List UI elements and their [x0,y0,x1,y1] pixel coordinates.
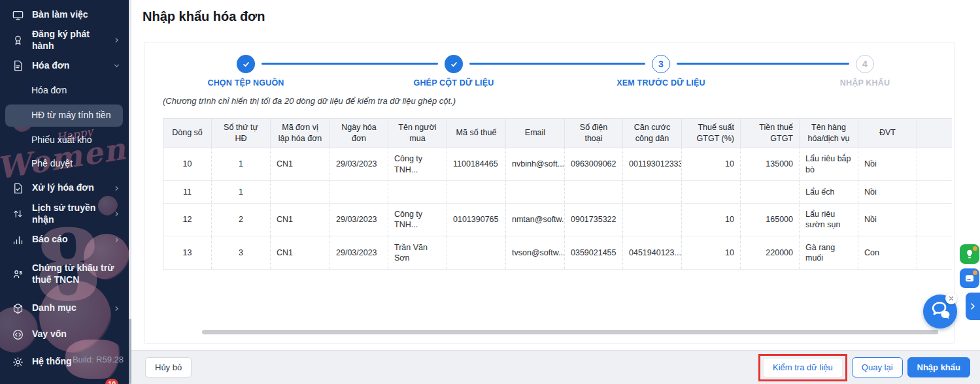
check-data-button[interactable]: Kiểm tra dữ liệu [763,358,843,377]
table-cell [917,236,953,270]
footer-action-group: Kiểm tra dữ liệu Quay lại Nhập khẩu [758,354,970,381]
preview-limit-note: (Chương trình chỉ hiển thị tối đa 20 dòn… [163,96,456,106]
sidebar-item-label: HĐ từ máy tính tiền [31,110,121,121]
cancel-button[interactable]: Hủy bỏ [145,357,192,377]
stepper-connector [469,63,645,65]
sidebar-scrollbar[interactable] [129,0,131,384]
sidebar-item-dang-ky-phat-hanh[interactable]: Đăng ký phát hành [0,27,129,53]
catalog-icon [11,302,24,315]
sidebar-item-label: Phiếu xuất kho [31,135,121,146]
column-header: Thuế suất GTGT (%) [682,119,741,148]
import-button[interactable]: Nhập khẩu [907,357,970,377]
sidebar-item-bao-cao[interactable]: Báo cáo [0,227,129,253]
column-header: Ngày hóa đơn [330,119,388,148]
chevron-right-icon [112,304,121,313]
table-cell: 001193012333 [623,148,682,181]
table-cell: CN1 [271,236,330,270]
notification-dot [973,246,977,251]
sidebar-item-kien-thuc[interactable]: Kiến thức10 [0,376,129,384]
sidebar-item-hoa-don[interactable]: Hóa đơn [0,53,129,78]
table-cell [565,181,623,203]
chevron-right-icon [112,36,121,45]
table-cell: 10 [682,148,741,181]
table-cell: 10 [682,203,741,236]
table-cell: 11 [163,181,212,203]
table-cell [741,181,800,203]
page-title: Nhập khẩu hóa đơn [143,9,265,24]
sidebar-item-label: Hóa đơn [32,60,112,72]
step-number: 3 [652,55,670,73]
table-cell: 29/03/2023 [330,203,388,236]
column-header: Tiền thuế GTGT [741,119,800,148]
sidebar-item-vay-von[interactable]: Vay vốn [0,321,129,347]
chevron-down-icon [112,61,121,71]
sidebar-item-phe-duyet[interactable]: Phê duyệt [0,153,129,175]
column-header: Tên người mua [388,119,447,148]
sidebar-item-lich-su-truyen-nhan[interactable]: Lịch sử truyền nhận [0,201,129,227]
table-cell: nvbinh@soft... [506,148,565,181]
table-cell: Nồi [858,181,917,203]
sidebar-item-danh-muc[interactable]: Danh mục [0,295,129,321]
table-row: 111Lẩu ếchNồi [163,181,953,203]
stepper-step-4[interactable]: 4NHẬP KHẨU [806,55,924,88]
chevron-right-icon [112,184,121,193]
stepper-connector [677,63,849,65]
table-header-row: Dòng sốSố thứ tự HĐMã đơn vị lập hóa đơn… [163,119,953,148]
notification-badge: 10 [105,379,118,384]
table-cell: Con [858,236,917,270]
tips-button[interactable] [960,244,979,264]
column-header: Số [917,119,953,148]
table-cell: 13 [163,236,212,270]
chat-close-button[interactable] [945,293,957,304]
table-cell: 220000 [741,236,800,270]
table-row: 133CN129/03/2023Trần Văn Sơntvson@softw.… [163,236,953,270]
sidebar-item-hoa-don-sub[interactable]: Hóa đơn [0,78,129,103]
table-cell [447,181,506,203]
sidebar-item-label: Lịch sử truyền nhận [32,202,112,225]
stepper-step-1[interactable]: CHỌN TỆP NGUỒN [187,55,305,88]
stepper-step-2[interactable]: GHÉP CỘT DỮ LIỆU [395,55,513,88]
sidebar-item-phieu-xuat-kho[interactable]: Phiếu xuất kho [0,128,129,153]
table-cell: 165000 [741,203,800,236]
preview-table: Dòng sốSố thứ tự HĐMã đơn vị lập hóa đơn… [163,118,952,270]
table-cell: 12 [163,203,212,236]
table-cell [917,181,953,203]
table-cell: Trần Văn Sơn [388,236,447,270]
column-header: ĐVT [858,119,917,148]
table-cell: 3 [212,236,271,270]
back-button[interactable]: Quay lại [852,357,903,377]
tax-deduction-icon: $ [11,268,24,281]
invoice-check-icon [11,182,24,195]
column-header: Mã đơn vị lập hóa đơn [271,119,330,148]
table-cell: 29/03/2023 [330,148,388,181]
table-cell: tvson@softw... [506,236,565,270]
table-cell [917,148,953,181]
table-cell [447,236,506,270]
expand-panel-button[interactable] [966,293,980,320]
table-cell: Lẩu riêu sườn sụn [800,203,858,236]
svg-text:$: $ [19,270,22,276]
stepper-step-3[interactable]: 3XEM TRƯỚC DỮ LIỆU [602,55,720,88]
table-cell: CN1 [271,203,330,236]
table-cell: 0359021455 [565,236,623,270]
column-header: Dòng số [163,119,212,148]
sidebar-item-label: Đăng ký phát hành [32,29,112,52]
table-cell: 1100184465 [447,148,506,181]
loan-icon [11,328,24,341]
chevron-right-icon [112,210,121,219]
table-horizontal-scrollbar[interactable] [202,330,938,334]
sidebar-item-chung-tu-khau-tru-thue-tncn[interactable]: $Chứng từ khấu trừ thuế TNCN [0,253,129,295]
chevron-right-icon [112,235,121,244]
table-cell [388,181,447,203]
table-cell: Gà rang muối [800,236,858,270]
sidebar-item-hd-tu-may-tinh-tien[interactable]: HĐ từ máy tính tiền [0,103,129,128]
feedback-button[interactable] [960,268,979,288]
sidebar-item-xu-ly-hoa-don[interactable]: Xử lý hóa đơn [0,175,129,201]
footer-bar: Hủy bỏ Kiểm tra dữ liệu Quay lại Nhập kh… [131,350,980,384]
table-cell [623,181,682,203]
table-cell: Lẩu riêu bắp bò [800,148,858,181]
table-cell: 0451940123... [623,236,682,270]
sidebar-item-ban-lam-viec[interactable]: Bàn làm việc [0,3,129,27]
sidebar-item-label: Hóa đơn [31,85,121,97]
step-label: GHÉP CỘT DỮ LIỆU [395,78,513,88]
